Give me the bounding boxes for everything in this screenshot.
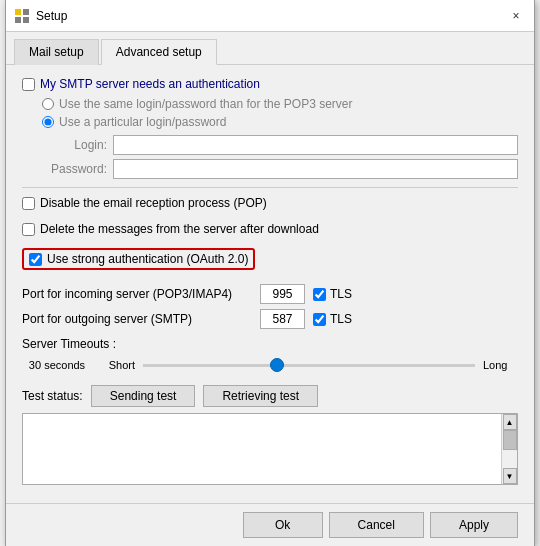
timeout-value-label: 30 seconds: [22, 359, 92, 371]
retrieving-test-button[interactable]: Retrieving test: [203, 385, 318, 407]
timeout-row: 30 seconds Short Long: [22, 355, 518, 375]
window-icon: [14, 8, 30, 24]
slider-container: [143, 355, 475, 375]
disable-pop-checkbox[interactable]: [22, 197, 35, 210]
footer: Ok Cancel Apply: [6, 503, 534, 546]
tab-bar: Mail setup Advanced setup: [6, 32, 534, 65]
radio-same[interactable]: [42, 98, 54, 110]
delete-after-checkbox[interactable]: [22, 223, 35, 236]
oauth-checkbox-label[interactable]: Use strong authentication (OAuth 2.0): [22, 248, 255, 270]
test-section: Test status: Sending test Retrieving tes…: [22, 385, 518, 485]
long-label: Long: [483, 359, 518, 371]
title-bar: Setup ×: [6, 0, 534, 32]
tab-advanced-setup[interactable]: Advanced setup: [101, 39, 217, 65]
timeout-title: Server Timeouts :: [22, 337, 518, 351]
scrollbar: ▲ ▼: [501, 414, 517, 484]
test-button-row: Test status: Sending test Retrieving tes…: [22, 385, 518, 407]
tls-incoming-checkbox[interactable]: [313, 288, 326, 301]
password-label: Password:: [42, 162, 107, 176]
disable-pop-checkbox-label[interactable]: Disable the email reception process (POP…: [22, 196, 267, 210]
radio-particular-label[interactable]: Use a particular login/password: [42, 115, 518, 129]
password-row: Password:: [42, 159, 518, 179]
setup-window: Setup × Mail setup Advanced setup My SMT…: [5, 0, 535, 546]
smtp-auth-label: My SMTP server needs an authentication: [40, 77, 260, 91]
tls-outgoing-label[interactable]: TLS: [313, 312, 352, 326]
tls-incoming-label[interactable]: TLS: [313, 287, 352, 301]
svg-rect-1: [23, 9, 29, 15]
oauth-checkbox[interactable]: [29, 253, 42, 266]
window-title: Setup: [36, 9, 67, 23]
test-status-label: Test status:: [22, 389, 83, 403]
radio-particular[interactable]: [42, 116, 54, 128]
timeout-slider[interactable]: [143, 355, 475, 375]
radio-group: Use the same login/password than for the…: [42, 97, 518, 129]
apply-button[interactable]: Apply: [430, 512, 518, 538]
smtp-auth-row: My SMTP server needs an authentication: [22, 77, 518, 91]
title-controls: ×: [506, 6, 526, 26]
port-incoming-input[interactable]: [260, 284, 305, 304]
scrollbar-down-arrow[interactable]: ▼: [503, 468, 517, 484]
svg-rect-3: [23, 17, 29, 23]
svg-rect-0: [15, 9, 21, 15]
tab-mail-setup[interactable]: Mail setup: [14, 39, 99, 65]
scrollbar-thumb[interactable]: [503, 430, 517, 450]
port-outgoing-row: Port for outgoing server (SMTP) TLS: [22, 309, 518, 329]
oauth-row: Use strong authentication (OAuth 2.0): [22, 248, 518, 278]
smtp-auth-checkbox-label[interactable]: My SMTP server needs an authentication: [22, 77, 260, 91]
password-input[interactable]: [113, 159, 518, 179]
disable-pop-row: Disable the email reception process (POP…: [22, 196, 518, 216]
sending-test-button[interactable]: Sending test: [91, 385, 196, 407]
login-row: Login:: [42, 135, 518, 155]
short-label: Short: [100, 359, 135, 371]
scrollbar-up-arrow[interactable]: ▲: [503, 414, 517, 430]
ok-button[interactable]: Ok: [243, 512, 323, 538]
timeout-section: Server Timeouts : 30 seconds Short Long: [22, 337, 518, 375]
close-button[interactable]: ×: [506, 6, 526, 26]
delete-after-checkbox-label[interactable]: Delete the messages from the server afte…: [22, 222, 319, 236]
delete-after-row: Delete the messages from the server afte…: [22, 222, 518, 242]
login-input[interactable]: [113, 135, 518, 155]
test-output-area: ▲ ▼: [22, 413, 518, 485]
port-incoming-row: Port for incoming server (POP3/IMAP4) TL…: [22, 284, 518, 304]
cancel-button[interactable]: Cancel: [329, 512, 424, 538]
svg-rect-2: [15, 17, 21, 23]
title-bar-left: Setup: [14, 8, 67, 24]
smtp-auth-checkbox[interactable]: [22, 78, 35, 91]
tls-outgoing-checkbox[interactable]: [313, 313, 326, 326]
port-outgoing-label: Port for outgoing server (SMTP): [22, 312, 252, 326]
port-outgoing-input[interactable]: [260, 309, 305, 329]
radio-same-label[interactable]: Use the same login/password than for the…: [42, 97, 518, 111]
port-incoming-label: Port for incoming server (POP3/IMAP4): [22, 287, 252, 301]
tab-content: My SMTP server needs an authentication U…: [6, 65, 534, 503]
login-label: Login:: [42, 138, 107, 152]
